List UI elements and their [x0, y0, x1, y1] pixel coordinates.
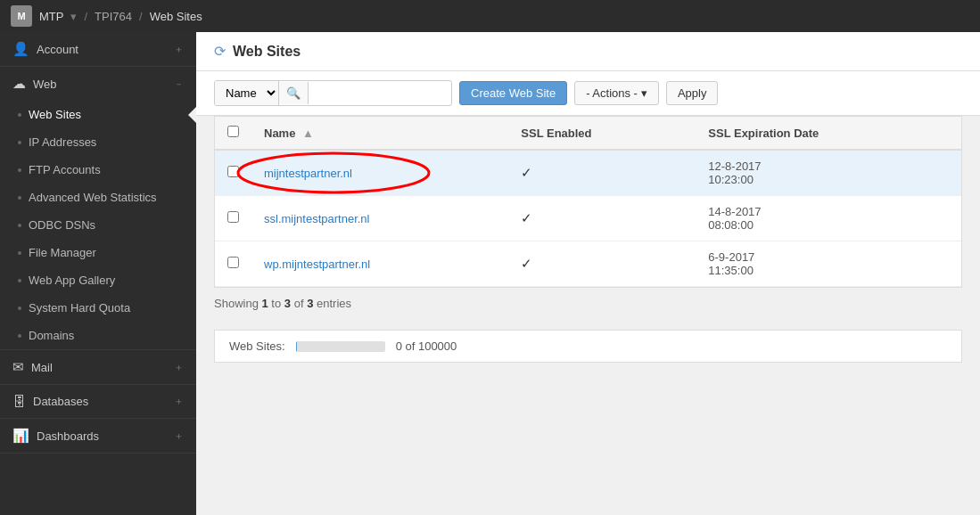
table-row: mijntestpartner.nl ✓ 12-8-2017	[215, 150, 961, 196]
table-row: wp.mijntestpartner.nl ✓ 6-9-2017 11:35:0…	[215, 241, 961, 287]
actions-button[interactable]: - Actions - ▾	[574, 81, 659, 105]
user-avatar[interactable]: M	[11, 5, 32, 27]
sidebar-item-odbc-dsns[interactable]: ODBC DSNs	[0, 211, 196, 239]
sidebar-section-databases: 🗄 Databases ＋	[0, 385, 196, 419]
web-sites-table-container: Name ▲ SSL Enabled SSL Expiration Date	[214, 116, 962, 288]
collapse-icon: －	[174, 78, 184, 91]
footer-value: 0 of 100000	[396, 339, 457, 353]
sidebar-item-advanced-web-stats[interactable]: Advanced Web Statistics	[0, 184, 196, 211]
row3-ssl-cell: ✓	[508, 241, 696, 287]
row1-checkbox[interactable]	[227, 166, 239, 177]
account-icon: 👤	[12, 41, 29, 57]
sidebar-section-dashboards: 📊 Dashboards ＋	[0, 419, 196, 454]
topbar-user[interactable]: MTP	[39, 10, 63, 23]
search-icon: 🔍	[286, 86, 301, 100]
row3-ssl-checkmark: ✓	[521, 256, 532, 271]
sidebar-section-account: 👤 Account ＋	[0, 32, 196, 67]
toolbar: Name 🔍 Create Web Site - Actions - ▾ App…	[196, 71, 980, 116]
header-name[interactable]: Name ▲	[251, 117, 508, 150]
row2-name-cell: ssl.mijntestpartner.nl	[251, 196, 508, 241]
row3-name-link[interactable]: wp.mijntestpartner.nl	[264, 258, 370, 271]
create-web-site-button[interactable]: Create Web Site	[459, 81, 567, 105]
sidebar-item-mail[interactable]: ✉ Mail ＋	[0, 350, 196, 384]
header-ssl-expiry: SSL Expiration Date	[696, 117, 961, 150]
row3-checkbox[interactable]	[227, 257, 239, 268]
content-area: Name ▲ SSL Enabled SSL Expiration Date	[196, 116, 980, 380]
sidebar-item-account[interactable]: 👤 Account ＋	[0, 32, 196, 66]
expand-mail-icon: ＋	[174, 361, 184, 374]
table-row: ssl.mijntestpartner.nl ✓ 14-8-2017 08:08…	[215, 196, 961, 241]
header-checkbox-col	[215, 117, 251, 150]
mail-icon: ✉	[12, 359, 24, 375]
sidebar-item-dashboards[interactable]: 📊 Dashboards ＋	[0, 419, 196, 453]
showing-text: Showing 1 to 3 of 3 entries	[214, 288, 962, 319]
table-header-row: Name ▲ SSL Enabled SSL Expiration Date	[215, 117, 961, 150]
databases-icon: 🗄	[12, 394, 26, 409]
sidebar-item-ftp-accounts[interactable]: FTP Accounts	[0, 156, 196, 184]
dashboards-icon: 📊	[12, 428, 29, 444]
sidebar: 👤 Account ＋ ☁ Web － Web Sites IP Address…	[0, 32, 196, 515]
row1-checkbox-cell	[215, 150, 251, 196]
row2-checkbox[interactable]	[227, 211, 239, 223]
breadcrumb-tpi[interactable]: TPI764	[95, 10, 132, 23]
footer-label: Web Sites:	[229, 339, 285, 353]
row2-ssl-checkmark: ✓	[521, 210, 532, 225]
usage-progress-bar	[296, 341, 385, 352]
page-header: ⟳ Web Sites	[196, 32, 980, 71]
page-title: Web Sites	[233, 44, 301, 60]
breadcrumb-current: Web Sites	[150, 10, 202, 23]
search-button[interactable]: 🔍	[279, 82, 309, 104]
sidebar-item-web-app-gallery[interactable]: Web App Gallery	[0, 266, 196, 294]
web-icon: ☁	[12, 76, 26, 92]
main-content: ⟳ Web Sites Name 🔍 Create Web Site - Act…	[196, 32, 980, 515]
row1-ssl-cell: ✓	[508, 150, 696, 196]
row2-ssl-cell: ✓	[508, 196, 696, 241]
expand-databases-icon: ＋	[174, 395, 184, 408]
row2-checkbox-cell	[215, 196, 251, 241]
row1-ssl-checkmark: ✓	[521, 165, 532, 180]
row3-date-cell: 6-9-2017 11:35:00	[696, 241, 961, 287]
expand-icon: ＋	[174, 43, 184, 56]
header-ssl-enabled: SSL Enabled	[508, 117, 696, 150]
footer-stats: Web Sites: 0 of 100000	[214, 330, 962, 363]
row1-name-link[interactable]: mijntestpartner.nl	[264, 167, 352, 180]
usage-progress-fill	[296, 341, 297, 352]
sidebar-item-domains[interactable]: Domains	[0, 322, 196, 349]
sort-icon: ▲	[302, 127, 314, 140]
page-header-icon: ⟳	[214, 43, 226, 60]
sidebar-item-system-hard-quota[interactable]: System Hard Quota	[0, 294, 196, 322]
row3-checkbox-cell	[215, 241, 251, 287]
search-box: Name 🔍	[214, 80, 452, 106]
row3-name-cell: wp.mijntestpartner.nl	[251, 241, 508, 287]
sidebar-section-mail: ✉ Mail ＋	[0, 350, 196, 385]
select-all-checkbox[interactable]	[227, 126, 239, 137]
web-sites-table: Name ▲ SSL Enabled SSL Expiration Date	[215, 117, 961, 287]
sidebar-item-web[interactable]: ☁ Web －	[0, 67, 196, 101]
apply-button[interactable]: Apply	[666, 81, 719, 105]
row1-name-cell: mijntestpartner.nl	[251, 150, 508, 196]
sidebar-section-web: ☁ Web － Web Sites IP Addresses FTP Accou…	[0, 67, 196, 350]
actions-dropdown-icon: ▾	[641, 86, 647, 100]
sidebar-item-web-sites[interactable]: Web Sites	[0, 101, 196, 128]
sidebar-item-ip-addresses[interactable]: IP Addresses	[0, 128, 196, 156]
expand-dashboards-icon: ＋	[174, 429, 184, 443]
topbar: M MTP ▾ / TPI764 / Web Sites	[0, 0, 980, 32]
search-filter-select[interactable]: Name	[215, 81, 279, 105]
row1-date-cell: 12-8-2017 10:23:00	[696, 150, 961, 196]
row2-date-cell: 14-8-2017 08:08:00	[696, 196, 961, 241]
sidebar-item-file-manager[interactable]: File Manager	[0, 239, 196, 266]
row2-name-link[interactable]: ssl.mijntestpartner.nl	[264, 212, 370, 225]
search-input[interactable]	[309, 82, 451, 104]
sidebar-item-databases[interactable]: 🗄 Databases ＋	[0, 385, 196, 418]
